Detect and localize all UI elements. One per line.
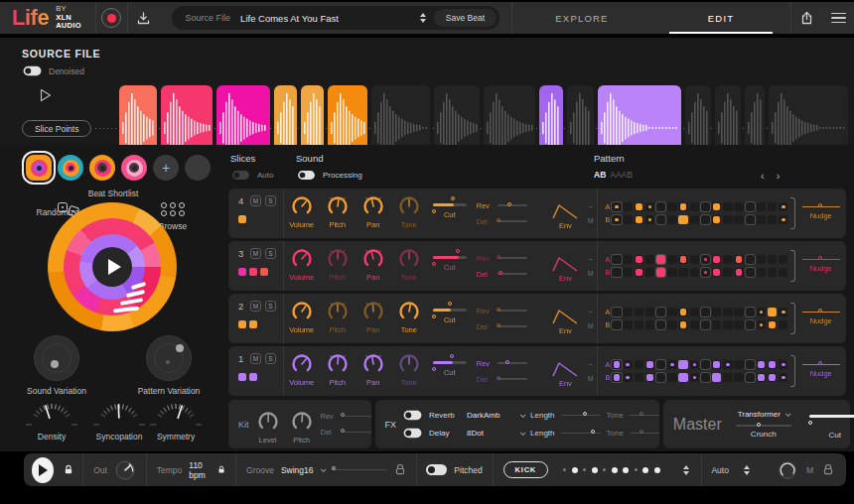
pattern-variation-knob[interactable] (146, 335, 192, 381)
pattern-step[interactable] (712, 202, 721, 211)
pattern-step[interactable] (757, 255, 766, 264)
pattern-step[interactable] (768, 202, 777, 211)
pan-knob[interactable]: Pan (356, 299, 391, 343)
velocity-dot[interactable] (623, 467, 629, 473)
solo-button[interactable]: S (265, 301, 276, 312)
slice-color-swatch[interactable] (238, 320, 246, 328)
pattern-step[interactable] (690, 215, 699, 224)
pattern-step[interactable] (645, 320, 654, 329)
empty-shortlist-slot[interactable] (185, 155, 211, 181)
pattern-step[interactable] (612, 202, 621, 211)
rev-send[interactable]: Rev (477, 201, 546, 210)
pattern-step[interactable] (645, 360, 654, 369)
mono-label[interactable]: M (806, 465, 813, 475)
mute-button[interactable]: M (250, 248, 261, 259)
beat-wheel[interactable] (48, 202, 177, 331)
pattern-step[interactable] (746, 215, 755, 224)
pattern-step[interactable] (635, 268, 643, 277)
pattern-step[interactable] (690, 255, 699, 264)
pattern-step[interactable] (712, 360, 721, 369)
master-lock-icon[interactable] (822, 463, 834, 476)
pattern-step[interactable] (757, 215, 766, 224)
beat-shortlist-item-3[interactable] (89, 155, 115, 181)
pattern-step[interactable] (712, 373, 721, 382)
pattern-step[interactable] (723, 202, 732, 211)
nudge-slider[interactable]: Nudge (795, 241, 846, 291)
velocity-dot[interactable] (603, 468, 606, 471)
pattern-step[interactable] (667, 360, 676, 369)
pattern-step[interactable] (612, 268, 621, 277)
pattern-step[interactable] (667, 202, 676, 211)
pattern-step[interactable] (667, 320, 676, 329)
solo-button[interactable]: S (265, 353, 276, 364)
pattern-step[interactable] (656, 215, 665, 224)
pattern-step[interactable] (723, 255, 732, 264)
pattern-step[interactable] (712, 308, 721, 316)
kick-button[interactable]: KICK (503, 461, 549, 478)
kit-level-knob[interactable]: Level (251, 405, 285, 444)
pattern-step[interactable] (623, 255, 632, 264)
pattern-step[interactable] (701, 268, 710, 277)
pattern-step[interactable] (768, 373, 777, 382)
mute-button[interactable]: M (250, 353, 261, 364)
pattern-step[interactable] (690, 360, 699, 369)
delay-toggle[interactable] (404, 429, 422, 438)
pattern-prev-arrow[interactable]: ‹ (761, 170, 765, 182)
output-m[interactable]: M (585, 217, 597, 224)
pattern-step[interactable] (656, 373, 665, 382)
crunch-slider[interactable] (736, 425, 791, 427)
velocity-dot[interactable] (583, 468, 586, 471)
slice-color-swatch[interactable] (238, 373, 246, 381)
pattern-step[interactable] (667, 215, 676, 224)
slice-color-swatch[interactable] (249, 373, 257, 381)
pattern-step[interactable] (746, 255, 755, 264)
pattern-step[interactable] (612, 360, 621, 369)
pitched-toggle[interactable] (426, 464, 447, 475)
pattern-step[interactable] (746, 202, 755, 211)
pattern-step[interactable] (645, 202, 654, 211)
slice-points-button[interactable]: Slice Points (22, 120, 91, 137)
tone-knob[interactable]: Tone (391, 299, 427, 343)
pattern-next-arrow[interactable]: › (777, 170, 781, 182)
velocity-dot[interactable] (592, 467, 598, 473)
pattern-step[interactable] (734, 320, 743, 329)
pattern-step[interactable] (690, 373, 699, 382)
pattern-step[interactable] (635, 320, 643, 329)
pattern-step[interactable] (612, 373, 621, 382)
pattern-step[interactable] (645, 268, 654, 277)
volume-knob[interactable]: Volume (284, 299, 320, 343)
pattern-step[interactable] (690, 268, 699, 277)
tab-edit[interactable]: EDIT (651, 2, 790, 34)
pattern-step[interactable] (779, 373, 787, 382)
reverb-toggle[interactable] (404, 411, 422, 420)
kit-rev-send[interactable]: Rev (321, 412, 371, 421)
pattern-step[interactable] (779, 320, 787, 329)
source-play-button[interactable] (40, 88, 52, 102)
syncopation-gauge[interactable]: Syncopation (91, 400, 147, 441)
pattern-step[interactable] (645, 215, 654, 224)
pattern-step[interactable] (635, 308, 643, 316)
tempo-lock-icon[interactable] (217, 463, 225, 476)
dots-stepper[interactable] (683, 465, 689, 475)
envelope-control[interactable]: Env (546, 189, 585, 238)
pattern-step[interactable] (746, 360, 755, 369)
pattern-step[interactable] (779, 255, 787, 264)
source-file-selector[interactable]: Source File Life Comes At You Fast Save … (172, 6, 499, 30)
pattern-step[interactable] (623, 268, 632, 277)
master-preset-select[interactable]: Transformer (738, 410, 789, 419)
pattern-step[interactable] (635, 360, 643, 369)
groove-select[interactable]: Swing16 (281, 465, 314, 475)
pattern-step[interactable] (768, 320, 777, 329)
pattern-step[interactable] (623, 373, 632, 382)
pattern-step[interactable] (757, 320, 766, 329)
pattern-step[interactable] (701, 215, 710, 224)
del-send[interactable]: Del (477, 322, 546, 331)
pattern-step[interactable] (723, 360, 732, 369)
pattern-step[interactable] (667, 373, 676, 382)
pattern-step[interactable] (635, 255, 643, 264)
nudge-slider[interactable]: Nudge (795, 346, 846, 396)
rev-send[interactable]: Rev (477, 359, 546, 368)
cut-fader[interactable]: Cut (427, 299, 473, 343)
pattern-step[interactable] (723, 373, 732, 382)
pattern-step[interactable] (656, 268, 665, 277)
